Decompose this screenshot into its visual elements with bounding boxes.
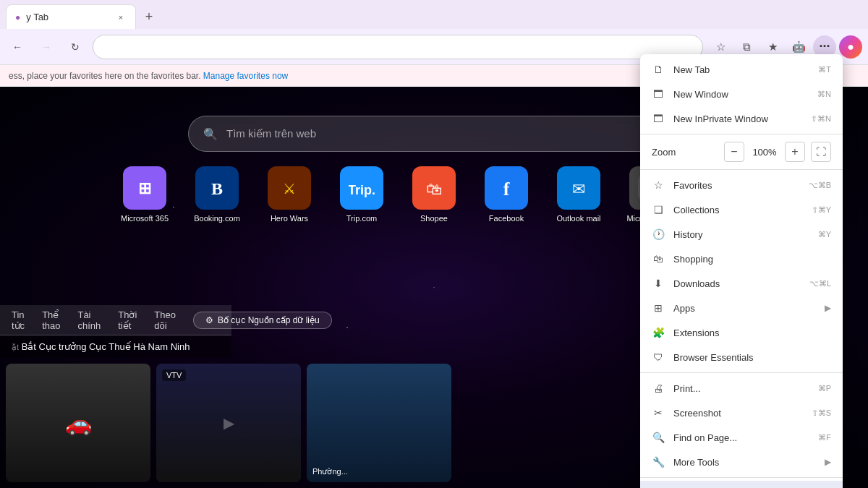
menu-item-extensions[interactable]: 🧩 Extensions	[640, 320, 843, 345]
more-tools-arrow-icon: ▶	[825, 457, 831, 467]
news-tabs: Tin tức Thể thao Tài chính Thời tiết The…	[0, 305, 231, 335]
menu-label-history: History	[673, 229, 809, 240]
history-shortcut: ⌘Y	[818, 230, 831, 239]
apps-arrow-icon: ▶	[825, 303, 831, 313]
find-shortcut: ⌘F	[818, 433, 831, 442]
layout-button[interactable]: ⚙ Bố cục Nguồn cấp dữ liệu	[193, 312, 332, 329]
manage-favorites-link[interactable]: Manage favorites now	[203, 71, 288, 81]
favorites-icon: ☆	[652, 179, 665, 192]
menu-label-inprivate: New InPrivate Window	[673, 114, 802, 124]
news-card-3[interactable]: Phường...	[307, 364, 451, 482]
app-item-facebook[interactable]: f Facebook	[477, 166, 535, 223]
divider-3	[640, 372, 843, 373]
zoom-label: Zoom	[652, 147, 718, 158]
collections-icon: ❑	[652, 203, 665, 216]
menu-label-screenshot: Screenshot	[673, 408, 803, 419]
menu-item-new-tab[interactable]: 🗋 New Tab ⌘T	[640, 57, 843, 82]
menu-item-new-window[interactable]: 🗖 New Window ⌘N	[640, 82, 843, 106]
menu-label-browser-essentials: Browser Essentials	[673, 352, 831, 363]
search-area: 🔍 Tìm kiếm trên web ●	[181, 116, 687, 152]
menu-item-shopping[interactable]: 🛍 Shopping	[640, 247, 843, 271]
tab-theodoi[interactable]: Theo dõi	[154, 307, 176, 334]
menu-item-find[interactable]: 🔍 Find on Page... ⌘F	[640, 425, 843, 450]
menu-item-apps[interactable]: ⊞ Apps ▶	[640, 296, 843, 320]
forward-button[interactable]: →	[35, 35, 58, 59]
downloads-shortcut: ⌥⌘L	[809, 279, 831, 288]
menu-item-settings[interactable]: ⚙ Settings ⌘,	[640, 481, 843, 488]
app-label-herowars: Hero Wars	[271, 214, 308, 223]
new-tab-button[interactable]: +	[139, 7, 159, 27]
app-item-microsoft365[interactable]: ⊞ Microsoft 365	[116, 166, 174, 223]
menu-item-screenshot[interactable]: ✂ Screenshot ⇧⌘S	[640, 401, 843, 425]
news-section: Tin tức Thể thao Tài chính Thời tiết The…	[0, 305, 231, 488]
menu-label-shopping: Shopping	[673, 254, 831, 265]
zoom-plus-button[interactable]: +	[785, 142, 805, 162]
context-menu: 🗋 New Tab ⌘T 🗖 New Window ⌘N 🗖 New InPri…	[640, 54, 843, 488]
collections-shortcut: ⇧⌘Y	[812, 205, 831, 215]
svg-text:B: B	[211, 179, 223, 198]
menu-item-downloads[interactable]: ⬇ Downloads ⌥⌘L	[640, 271, 843, 296]
active-tab[interactable]: ● y Tab ×	[6, 4, 136, 29]
new-tab-icon: 🗋	[652, 63, 665, 76]
app-item-outlook[interactable]: ✉ Outlook mail	[550, 166, 608, 223]
menu-item-inprivate[interactable]: 🗖 New InPrivate Window ⇧⌘N	[640, 106, 843, 131]
svg-text:✉: ✉	[572, 180, 585, 198]
news-headline-text: Bắt Cục trưởng Cục Thuế Hà Nam Ninh	[22, 341, 190, 352]
inprivate-shortcut: ⇧⌘N	[811, 114, 831, 124]
tab-thoitiet[interactable]: Thời tiết	[118, 307, 137, 334]
extensions-icon: 🧩	[652, 326, 665, 339]
browser-essentials-icon: 🛡	[652, 351, 665, 364]
tab-title: y Tab	[26, 12, 48, 22]
menu-label-extensions: Extensions	[673, 328, 831, 338]
menu-label-collections: Collections	[673, 205, 803, 215]
zoom-minus-button[interactable]: −	[724, 142, 744, 162]
zoom-value-display: 100%	[750, 147, 779, 158]
menu-label-favorites: Favorites	[673, 180, 800, 191]
tab-close-button[interactable]: ×	[115, 12, 127, 23]
history-icon: 🕐	[652, 228, 665, 241]
edge-profile-icon[interactable]: ●	[839, 35, 862, 59]
shopping-icon: 🛍	[652, 252, 665, 265]
tab-bar: ● y Tab × +	[0, 0, 868, 29]
svg-text:Trip.: Trip.	[349, 183, 375, 197]
search-icon: 🔍	[203, 127, 218, 141]
svg-text:⚔: ⚔	[283, 181, 296, 197]
menu-label-apps: Apps	[673, 303, 816, 314]
tab-taichinh[interactable]: Tài chính	[77, 307, 101, 334]
menu-item-print[interactable]: 🖨 Print... ⌘P	[640, 376, 843, 401]
app-label-booking: Booking.com	[194, 214, 240, 223]
print-shortcut: ⌘P	[818, 384, 831, 393]
app-item-booking[interactable]: B Booking.com	[188, 166, 246, 223]
downloads-icon: ⬇	[652, 277, 665, 290]
divider-2	[640, 169, 843, 170]
divider-4	[640, 477, 843, 478]
search-box[interactable]: 🔍 Tìm kiếm trên web ●	[188, 116, 680, 152]
svg-text:⊞: ⊞	[138, 179, 151, 197]
favorites-hint-text: ess, place your favorites here on the fa…	[9, 71, 200, 81]
news-category-badge: ặt	[12, 343, 19, 351]
app-label-shopee: Shopee	[420, 214, 448, 223]
menu-label-more-tools: More Tools	[673, 457, 816, 468]
tab-tintuc[interactable]: Tin tức	[12, 307, 25, 334]
tab-thethao[interactable]: Thể thao	[42, 307, 60, 334]
menu-item-history[interactable]: 🕐 History ⌘Y	[640, 222, 843, 247]
news-card-2[interactable]: VTV ▶	[156, 364, 301, 482]
back-button[interactable]: ←	[6, 35, 29, 59]
news-card-1[interactable]: 🚗	[6, 364, 150, 482]
menu-item-collections[interactable]: ❑ Collections ⇧⌘Y	[640, 197, 843, 222]
menu-item-more-tools[interactable]: 🔧 More Tools ▶	[640, 450, 843, 474]
refresh-button[interactable]: ↻	[64, 35, 87, 59]
screenshot-icon: ✂	[652, 406, 665, 419]
menu-item-browser-essentials[interactable]: 🛡 Browser Essentials	[640, 345, 843, 369]
app-item-herowars[interactable]: ⚔ Hero Wars	[260, 166, 318, 223]
new-tab-shortcut: ⌘T	[818, 65, 831, 74]
app-label-tripcom: Trip.com	[346, 214, 377, 223]
app-item-tripcom[interactable]: Trip. Trip.com	[333, 166, 391, 223]
menu-item-favorites[interactable]: ☆ Favorites ⌥⌘B	[640, 173, 843, 197]
app-item-shopee[interactable]: 🛍 Shopee	[405, 166, 463, 223]
zoom-expand-button[interactable]: ⛶	[811, 142, 831, 162]
screenshot-shortcut: ⇧⌘S	[812, 408, 831, 418]
news-headline-area: ặt Bắt Cục trưởng Cục Thuế Hà Nam Ninh	[0, 335, 231, 358]
address-bar[interactable]	[93, 35, 703, 59]
more-tools-icon: 🔧	[652, 455, 665, 468]
